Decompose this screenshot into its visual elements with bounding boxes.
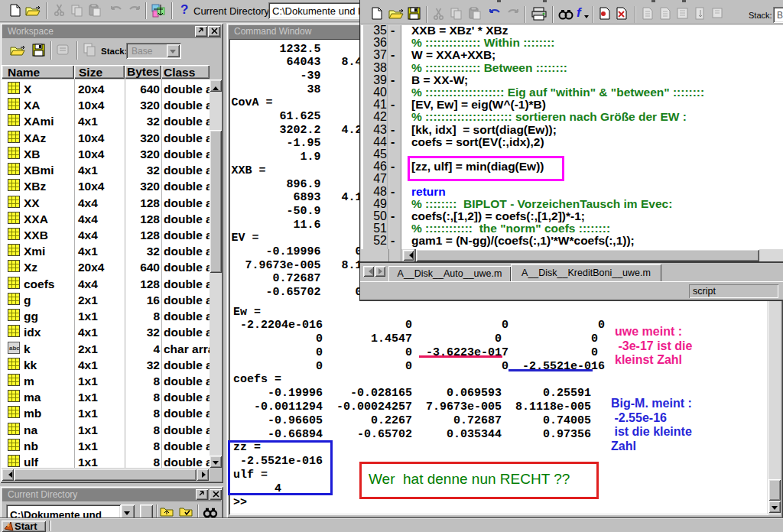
svg-text:abc: abc (9, 345, 20, 352)
